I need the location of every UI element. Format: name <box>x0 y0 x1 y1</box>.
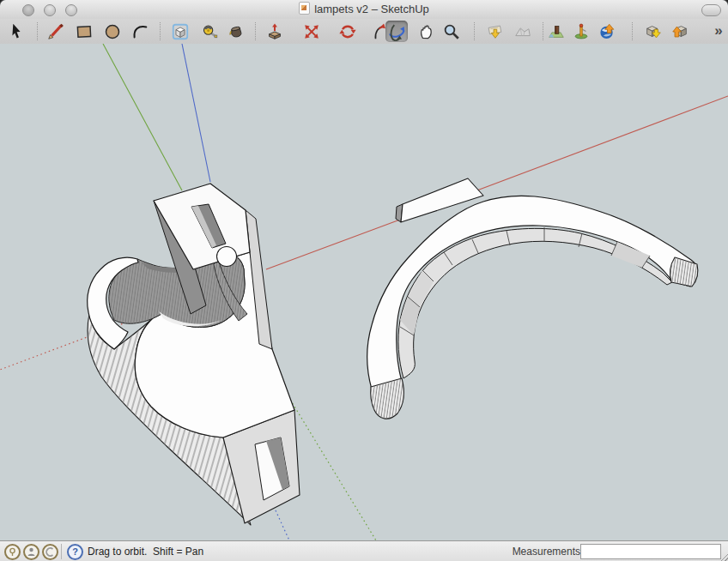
share-model-tool-icon[interactable] <box>669 21 691 42</box>
toolbar-toggle-pill[interactable] <box>701 4 721 16</box>
toolbar-separator <box>632 22 633 40</box>
add-location-tool-icon[interactable] <box>570 21 592 42</box>
credit-person-icon[interactable] <box>23 544 39 560</box>
toolbar: » <box>0 19 728 45</box>
push-pull-tool-icon[interactable] <box>264 21 286 42</box>
arc-tool-icon[interactable] <box>129 21 151 42</box>
zoom-tool-icon[interactable] <box>440 21 463 42</box>
resize-grip[interactable] <box>720 554 728 561</box>
statusbar-separator <box>61 544 62 559</box>
get-current-view-tool-icon[interactable] <box>483 21 506 42</box>
move-tool-icon[interactable] <box>300 21 323 42</box>
window-title-wrap: lampets v2 – SketchUp <box>0 0 728 19</box>
get-models-tool-icon[interactable] <box>642 21 664 42</box>
toolbar-separator <box>474 22 475 40</box>
tape-measure-tool-icon[interactable] <box>198 21 221 42</box>
sketchup-window: lampets v2 – SketchUp <box>0 0 728 561</box>
document-icon <box>299 2 310 15</box>
sign-in-icon[interactable] <box>42 544 58 560</box>
toolbar-separator <box>255 22 256 40</box>
title-bar: lampets v2 – SketchUp <box>0 0 728 20</box>
geolocation-icon[interactable] <box>4 544 21 560</box>
rotate-tool-icon[interactable] <box>337 21 359 42</box>
line-tool-icon[interactable] <box>45 21 67 42</box>
toggle-terrain-tool-icon[interactable] <box>512 21 534 42</box>
modeling-viewport[interactable] <box>0 44 728 540</box>
orbit-tool-icon[interactable] <box>385 21 408 42</box>
google-earth-tool-icon[interactable] <box>596 21 618 42</box>
make-component-tool-icon[interactable] <box>169 21 191 42</box>
circle-tool-icon[interactable] <box>101 21 124 42</box>
toolbar-separator <box>160 22 161 40</box>
select-tool-icon[interactable] <box>5 21 27 42</box>
help-icon[interactable]: ? <box>67 544 83 560</box>
rectangle-tool-icon[interactable] <box>73 21 95 42</box>
toolbar-overflow-chevron[interactable]: » <box>709 21 728 42</box>
pan-tool-icon[interactable] <box>416 21 438 42</box>
green-axis <box>103 44 182 190</box>
model-lamp-clip-arm[interactable] <box>367 178 698 419</box>
blue-axis <box>182 44 210 182</box>
scene-canvas <box>0 44 728 540</box>
measurements-input[interactable] <box>580 544 721 559</box>
red-axis <box>461 96 728 196</box>
status-bar: ? Drag to orbit. Shift = Pan Measurement… <box>0 540 728 561</box>
statusbar-hint: Drag to orbit. Shift = Pan <box>88 546 203 558</box>
clip-curl <box>217 247 237 267</box>
measurements-label: Measurements <box>513 546 580 558</box>
toolbar-separator <box>37 22 38 40</box>
paint-bucket-tool-icon[interactable] <box>224 21 246 42</box>
blue-axis-negative <box>276 510 289 540</box>
window-title: lampets v2 – SketchUp <box>314 3 429 15</box>
photo-textures-tool-icon[interactable] <box>545 21 567 42</box>
toolbar-separator <box>543 22 543 40</box>
red-axis <box>266 220 400 269</box>
model-lamp-clip-body[interactable] <box>88 184 300 525</box>
